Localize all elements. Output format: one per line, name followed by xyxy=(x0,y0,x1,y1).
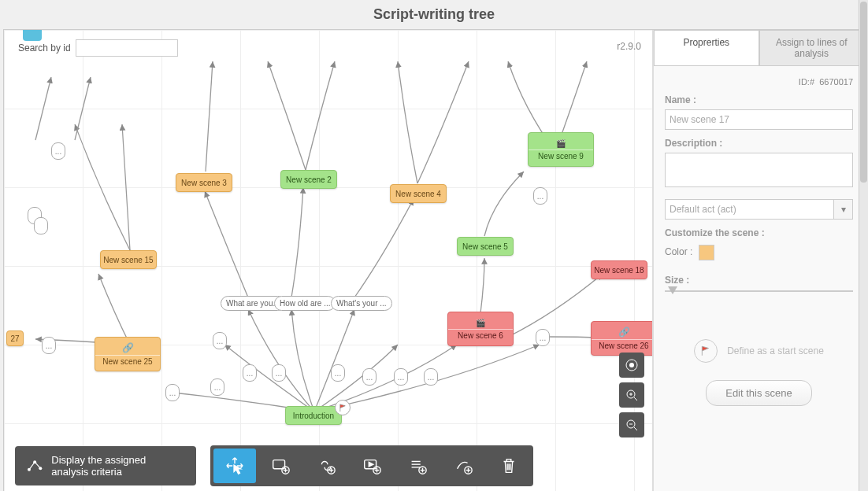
search-input[interactable] xyxy=(76,39,178,57)
node-new-scene-18[interactable]: New scene 18 xyxy=(591,260,647,279)
tab-properties[interactable]: Proprerties xyxy=(654,30,759,65)
zoom-in-button[interactable] xyxy=(619,382,644,408)
connector-pill[interactable]: ... xyxy=(213,332,227,349)
node-label: New scene 25 xyxy=(102,357,152,366)
connector-pill[interactable]: ... xyxy=(331,364,345,382)
node-new-scene-4[interactable]: New scene 4 xyxy=(390,184,447,203)
name-label: Name : xyxy=(665,94,853,105)
size-slider[interactable] xyxy=(665,290,853,292)
node-27[interactable]: 27 xyxy=(6,330,24,346)
color-swatch[interactable] xyxy=(699,245,714,260)
description-input[interactable] xyxy=(665,153,853,187)
connector-pill[interactable]: ... xyxy=(533,187,547,205)
connector-pill[interactable]: ... xyxy=(165,384,180,401)
display-criteria-button[interactable]: Display the assigned analysis criteria xyxy=(15,446,196,485)
search-label: Search by id xyxy=(18,42,71,54)
zoom-out-button[interactable] xyxy=(619,412,644,437)
svg-line-3 xyxy=(634,397,637,401)
node-label: New scene 9 xyxy=(538,152,584,161)
connector-pill[interactable]: ... xyxy=(42,337,56,354)
define-start-button[interactable]: Define as a start scene xyxy=(665,339,853,363)
tool-add-link[interactable] xyxy=(305,449,347,483)
scrollbar[interactable] xyxy=(859,0,868,491)
svg-point-0 xyxy=(629,363,634,367)
node-new-scene-9[interactable]: 🎬New scene 9 xyxy=(528,132,594,167)
canvas[interactable]: Search by id r2.9.0 xyxy=(4,30,653,491)
tool-add-media[interactable] xyxy=(351,449,393,483)
color-label: Color : xyxy=(665,246,692,257)
id-display: ID:# 6670017 xyxy=(665,77,853,87)
start-flag-icon[interactable] xyxy=(335,400,351,415)
center-button[interactable] xyxy=(619,353,644,378)
connector-pill[interactable]: ... xyxy=(424,368,438,386)
node-new-scene-26[interactable]: 🔗New scene 26 xyxy=(591,321,653,356)
graph-icon xyxy=(26,455,43,477)
connector-pill[interactable]: ... xyxy=(272,364,286,382)
tool-add-relation[interactable] xyxy=(442,449,484,483)
connector-pill[interactable]: ... xyxy=(243,364,257,382)
link-icon: 🔗 xyxy=(122,342,134,353)
description-label: Description : xyxy=(665,138,853,149)
connector-pill[interactable] xyxy=(34,217,48,234)
tab-assign[interactable]: Assign to lines of analysis xyxy=(759,30,865,65)
define-start-label: Define as a start scene xyxy=(727,345,824,356)
tool-add-node[interactable] xyxy=(259,449,302,483)
node-new-scene-6[interactable]: 🎬New scene 6 xyxy=(447,312,514,346)
speech-3[interactable]: What's your ... xyxy=(331,296,392,311)
node-new-scene-5[interactable]: New scene 5 xyxy=(457,237,514,256)
edit-scene-button[interactable]: Edit this scene xyxy=(706,380,812,406)
speech-2[interactable]: How old are ... xyxy=(274,296,336,311)
connector-pill[interactable]: ... xyxy=(210,378,224,396)
connector-pill[interactable]: ... xyxy=(394,368,408,386)
chevron-down-icon[interactable]: ▾ xyxy=(834,199,853,220)
film-icon: 🎬 xyxy=(476,319,485,327)
node-introduction[interactable]: Introduction xyxy=(285,406,342,425)
size-label: Size : xyxy=(665,275,853,286)
criteria-label: Display the assigned analysis criteria xyxy=(51,454,185,478)
connector-pill[interactable]: ... xyxy=(362,368,377,386)
page-title: Script-writing tree xyxy=(0,0,868,29)
svg-line-7 xyxy=(634,427,637,430)
tool-move[interactable] xyxy=(213,449,256,483)
film-icon: 🎬 xyxy=(556,139,566,148)
tool-add-list[interactable] xyxy=(396,449,439,483)
name-input[interactable] xyxy=(665,109,853,130)
flag-icon xyxy=(694,339,718,363)
customize-label: Customize the scene : xyxy=(665,227,853,238)
node-new-scene-3[interactable]: New scene 3 xyxy=(176,173,232,192)
sidebar: Proprerties Assign to lines of analysis … xyxy=(653,30,864,491)
toolbar xyxy=(210,445,533,486)
node-new-scene-2[interactable]: New scene 2 xyxy=(280,170,337,189)
node-new-scene-15[interactable]: New scene 15 xyxy=(100,250,157,269)
version-label: r2.9.0 xyxy=(617,41,641,52)
node-label: New scene 26 xyxy=(599,341,648,350)
node-label: New scene 6 xyxy=(458,331,503,340)
link-icon: 🔗 xyxy=(618,327,630,338)
connector-pill[interactable]: ... xyxy=(51,142,65,160)
act-select[interactable] xyxy=(665,199,834,220)
node-new-scene-25[interactable]: 🔗New scene 25 xyxy=(95,337,161,371)
connector-pill[interactable]: ... xyxy=(536,329,550,346)
tool-delete[interactable] xyxy=(488,449,530,483)
